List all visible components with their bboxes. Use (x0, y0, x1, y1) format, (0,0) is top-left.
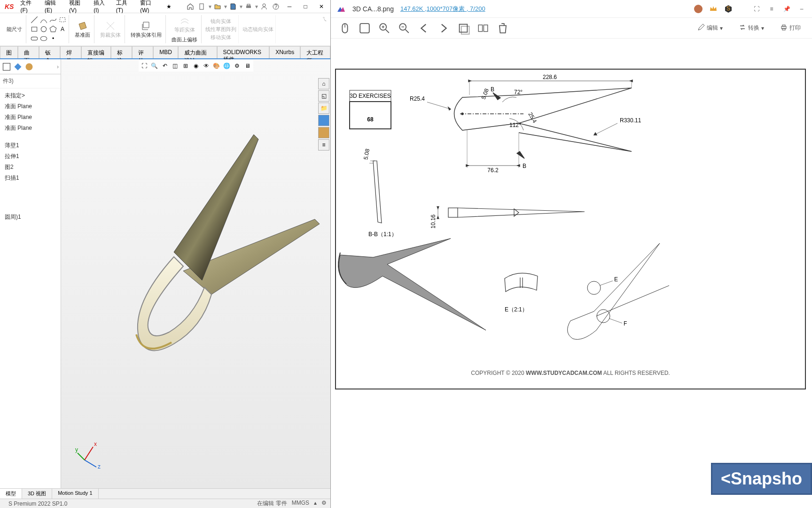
menu-icon[interactable]: ≡ (767, 4, 776, 14)
tab-evaluate[interactable]: 评估 (132, 46, 153, 58)
menu-window[interactable]: 窗口(W) (137, 0, 162, 15)
tab-mbd[interactable]: MBD (153, 46, 178, 58)
edit-button[interactable]: 编辑 ▾ (694, 22, 726, 34)
dynamic-mirror-tool[interactable]: 动态镜向实体 (242, 26, 273, 33)
arc-icon[interactable] (39, 16, 48, 24)
view-setting-icon[interactable]: ⚙ (233, 61, 242, 71)
menu-edit[interactable]: 编辑(E) (42, 0, 65, 15)
rectangle-icon[interactable] (30, 25, 39, 33)
hex-icon[interactable]: S (724, 4, 733, 14)
fit-icon[interactable] (358, 22, 371, 35)
mouse-icon[interactable] (338, 22, 351, 35)
status-units[interactable]: MMGS (292, 500, 309, 508)
tree-item[interactable]: 准面 Plane (2, 123, 59, 134)
convert-ref-tool[interactable]: 转换实体引用 (129, 19, 164, 40)
home-icon[interactable] (186, 2, 195, 11)
tab-xnurbs[interactable]: XNurbs (269, 46, 300, 58)
ribbon-collapse-icon[interactable]: ㄟ (322, 15, 328, 23)
tab-powersurface[interactable]: 威力曲面设计 (178, 46, 217, 58)
save-icon[interactable] (229, 2, 238, 11)
prev-icon[interactable] (417, 22, 430, 35)
print-icon[interactable] (244, 2, 253, 11)
feature-tree-icon[interactable] (2, 62, 11, 71)
menu-view[interactable]: 视图(V) (66, 0, 90, 15)
display-style-icon[interactable]: ◉ (191, 61, 201, 71)
display-icon[interactable]: 🖥 (243, 61, 252, 71)
zoom-fit-icon[interactable]: ⛶ (140, 61, 149, 71)
crown-icon[interactable] (709, 4, 718, 14)
tab-engineer[interactable]: 大工程师 (300, 46, 330, 58)
menu-tools[interactable]: 工具(T) (113, 0, 136, 15)
configuration-icon[interactable] (13, 62, 23, 71)
close-button[interactable]: ✕ (314, 2, 328, 11)
hide-show-icon[interactable]: 👁 (202, 61, 211, 71)
menu-insert[interactable]: 插入(I) (91, 0, 112, 15)
tab-sheetmetal[interactable]: 钣金 (39, 46, 60, 58)
viewport-3d[interactable]: ⛶ 🔍 ↶ ◫ ⊞ ◉ 👁 🎨 🌐 ⚙ 🖥 ⌂ ◱ 📁 ≡ (61, 59, 330, 488)
mirror-body-tool[interactable]: 镜向实体 (211, 18, 231, 25)
trim-body-tool[interactable]: 剪裁实体 (98, 19, 123, 40)
menu-file[interactable]: 文件(F) (17, 0, 40, 15)
appearance-icon[interactable] (24, 62, 34, 71)
panel-expand-icon[interactable]: › (57, 64, 59, 70)
new-icon[interactable] (198, 2, 207, 11)
fullscreen-icon[interactable]: ⛶ (752, 4, 761, 14)
scene-icon[interactable]: 🌐 (222, 61, 232, 71)
print-button[interactable]: 打印 (776, 22, 804, 34)
text-icon[interactable]: A (58, 25, 67, 33)
tab-sketch[interactable]: 图 (0, 46, 18, 58)
dimension-tool[interactable]: 能尺寸 (5, 25, 24, 34)
appearance-view-icon[interactable]: 🎨 (212, 61, 221, 71)
circle-icon[interactable] (39, 25, 48, 33)
tree-item[interactable]: 图2 (2, 162, 59, 173)
slot-icon[interactable] (30, 34, 39, 43)
minimize-icon[interactable]: – (797, 4, 806, 14)
zoom-in-icon[interactable] (378, 22, 391, 35)
pin-icon[interactable]: 📌 (782, 4, 791, 14)
line-icon[interactable] (30, 16, 39, 24)
tab-model[interactable]: 模型 (0, 489, 22, 499)
tab-motion[interactable]: Motion Study 1 (52, 489, 98, 499)
tab-annotation[interactable]: 标注 (111, 46, 132, 58)
zoom-out-icon[interactable] (398, 22, 411, 35)
help-icon[interactable]: ? (272, 2, 281, 11)
side-home-icon[interactable]: ⌂ (318, 78, 329, 89)
user-icon[interactable] (260, 2, 269, 11)
minimize-button[interactable]: ─ (282, 2, 297, 11)
convert-button[interactable]: 转换 ▾ (735, 22, 768, 34)
prev-view-icon[interactable]: ↶ (160, 61, 170, 71)
delete-icon[interactable] (496, 22, 509, 35)
tab-directedit[interactable]: 直接编辑 (81, 46, 111, 58)
ellipse-icon[interactable] (39, 34, 48, 43)
tree-item[interactable]: 未指定> (2, 90, 59, 101)
avatar-icon[interactable] (694, 4, 703, 14)
tree-item[interactable]: 薄壁1 (2, 140, 59, 151)
tree-item[interactable]: 准面 Plane (2, 101, 59, 112)
equidistant-tool[interactable]: 等距实体 (172, 14, 197, 34)
open-icon[interactable] (213, 2, 222, 11)
rect-icon[interactable] (58, 16, 67, 24)
tab-surface[interactable]: 曲面 (18, 46, 39, 58)
datum-plane-tool[interactable]: 基准面 (73, 19, 92, 40)
tab-addins[interactable]: SOLIDWORKS 插件 (217, 46, 270, 58)
tree-item[interactable]: 准面 Plane (2, 112, 59, 123)
section-icon[interactable]: ◫ (171, 61, 180, 71)
rotate-icon[interactable] (457, 22, 470, 35)
tab-3dview[interactable]: 3D 视图 (22, 489, 52, 499)
polygon-icon[interactable] (49, 25, 57, 33)
next-icon[interactable] (437, 22, 450, 35)
point-icon[interactable]: • (49, 34, 57, 43)
linear-pattern-tool[interactable]: 线性草图阵列 (205, 26, 236, 33)
tree-item[interactable]: 拉伸1 (2, 151, 59, 162)
image-canvas[interactable]: 3D EXERCISES 68 (331, 39, 812, 508)
status-gear-icon[interactable]: ⚙ (321, 500, 327, 508)
maximize-button[interactable]: □ (298, 2, 312, 11)
tab-weldment[interactable]: 焊件 (60, 46, 81, 58)
tree-item[interactable]: 扫描1 (2, 173, 59, 183)
star-icon[interactable]: ★ (164, 2, 173, 11)
feature-tree[interactable]: 未指定> 准面 Plane 准面 Plane 准面 Plane 薄壁1 拉伸1 … (0, 88, 61, 488)
flip-icon[interactable] (476, 22, 490, 35)
view-orient-icon[interactable]: ⊞ (181, 61, 190, 71)
move-body-tool[interactable]: 移动实体 (211, 34, 231, 41)
zoom-area-icon[interactable]: 🔍 (150, 61, 159, 71)
